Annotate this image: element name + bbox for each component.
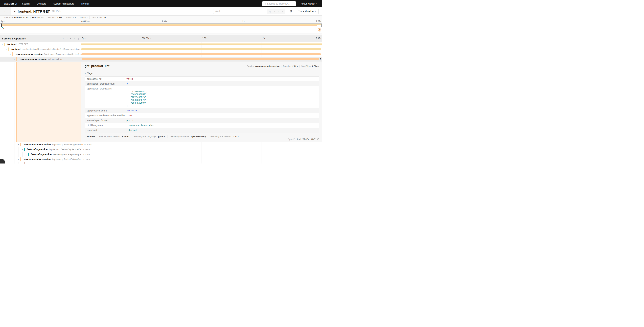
chevron-down-icon[interactable]: ∨: [6, 48, 7, 50]
nav-item-compare[interactable]: Compare: [36, 2, 46, 5]
tag-row[interactable]: span.kindinternal: [85, 128, 319, 132]
chevron-down-icon[interactable]: ∨: [10, 53, 11, 55]
service-color-bar: [8, 48, 9, 51]
find-input-box[interactable]: [213, 9, 267, 14]
service-name: recommendationservice: [23, 158, 51, 161]
span-duration-bar[interactable]: [82, 154, 82, 155]
span-name-cell[interactable]: ∨recommendationservice/hipstershop.Featu…: [0, 142, 81, 147]
nav-item-system-architecture[interactable]: System Architecture: [54, 2, 74, 5]
span-row[interactable]: ∨featureflagservice/hipstershop.FeatureF…: [0, 147, 322, 152]
tag-row[interactable]: app.recommendation.cache_enabledtrue: [85, 113, 319, 118]
span-name-cell[interactable]: ∨recommendationservice/hipstershop.Recom…: [0, 52, 81, 56]
find-focus-icon[interactable]: ◎: [269, 10, 271, 13]
tag-value: 8: [126, 82, 128, 86]
span-timeline-cell[interactable]: 2.62s: [81, 57, 322, 62]
process-field-value: 0.34b0: [122, 135, 129, 138]
minimap-canvas[interactable]: [0, 23, 322, 34]
trace-collapse-chevron-icon[interactable]: ∨: [14, 10, 16, 13]
equals-sign: =: [189, 136, 191, 138]
span-row[interactable]: ∨recommendationservice/hipstershop.Produ…: [0, 157, 322, 162]
span-duration-bar[interactable]: [81, 48, 321, 50]
span-name-cell[interactable]: ∨recommendationserviceget_product_list: [0, 57, 81, 62]
span-name-cell[interactable]: ∨featureflagservice/hipstershop.FeatureF…: [0, 147, 81, 152]
span-duration-bar[interactable]: [82, 58, 319, 60]
tags-section-toggle[interactable]: ∨ Tags: [84, 72, 319, 75]
process-row[interactable]: › Process: telemetry.auto.version = 0.34…: [84, 135, 319, 138]
find-next-icon[interactable]: ∨: [278, 10, 279, 13]
span-timeline-cell[interactable]: 3.47ms: [81, 152, 322, 157]
span-timeline-cell[interactable]: [81, 162, 322, 164]
trace-lookup-box[interactable]: [262, 1, 296, 6]
chevron-down-icon[interactable]: ∨: [18, 144, 19, 146]
span-duration-label: 14.49ms: [84, 143, 92, 146]
span-timeline-cell[interactable]: 14.49ms: [81, 142, 322, 147]
timeline-tick: 1.33s: [162, 20, 167, 22]
span-timeline-cell[interactable]: [81, 42, 322, 47]
nav-item-monitor[interactable]: Monitor: [81, 2, 89, 5]
app-brand[interactable]: JAEGER UI: [4, 2, 17, 5]
chevron-down-icon: ∨: [315, 10, 316, 12]
span-row[interactable]: ∨frontendHTTP GET: [0, 42, 322, 47]
span-duration-bar[interactable]: [82, 144, 82, 145]
indent-guide: [6, 62, 6, 142]
chevron-down-icon[interactable]: ∨: [14, 58, 15, 60]
process-field: telemetry.sdk.version = 1.13.0: [208, 135, 242, 138]
service-operation-label: Service & Operation: [2, 37, 26, 40]
span-duration-label: 1.04ms: [83, 158, 90, 161]
collapse-all-icon[interactable]: »: [69, 38, 72, 39]
chevron-down-icon[interactable]: ∨: [22, 148, 23, 150]
minimap-span-bar: [320, 32, 320, 34]
span-timeline-cell[interactable]: [81, 47, 322, 52]
span-name-cell[interactable]: ∨frontendHTTP GET: [0, 42, 81, 47]
span-timeline-cell[interactable]: [81, 52, 322, 56]
trace-minimap: 0μs666.89ms1.33s2s2.67s: [0, 20, 322, 35]
span-name-cell[interactable]: [0, 162, 81, 164]
tag-row[interactable]: app.filtered_products.list["1YMWWN1N4O",…: [85, 86, 319, 108]
find-input[interactable]: [215, 10, 265, 13]
trace-lookup-input[interactable]: [267, 2, 294, 5]
tag-row[interactable]: app.products.count44530923: [85, 108, 319, 113]
expand-all-icon[interactable]: »: [74, 37, 75, 40]
span-row[interactable]: featureflagservicefeatureflagservice.rep…: [0, 152, 322, 157]
chevron-down-icon[interactable]: ∨: [18, 158, 19, 160]
span-name-cell[interactable]: featureflagservicefeatureflagservice.rep…: [0, 152, 81, 157]
span-row[interactable]: ∨frontendgrpc.hipstershop.Recommendation…: [0, 47, 322, 52]
array-item-string: "66VCHSJNUP": [130, 93, 146, 96]
span-timeline-cell[interactable]: 3.68ms: [81, 147, 322, 152]
span-row[interactable]: ∨recommendationservice/hipstershop.Recom…: [0, 52, 322, 57]
indent-guides: [2, 152, 26, 157]
summary-item: Depth7: [78, 16, 90, 19]
keyboard-shortcuts-button[interactable]: ⌘: [288, 9, 294, 14]
comma: ,: [146, 90, 148, 93]
span-name-cell[interactable]: ∨recommendationservice/hipstershop.Produ…: [0, 157, 81, 162]
tag-row[interactable]: app.cache_hitfalse: [85, 76, 319, 82]
column-resizer-handle[interactable]: ∥: [78, 38, 79, 40]
span-row[interactable]: ∨recommendationservice/hipstershop.Featu…: [0, 142, 322, 147]
link-icon[interactable]: [316, 138, 319, 140]
tag-row[interactable]: internal.span.formatproto: [85, 118, 319, 123]
minimap-span-bar: [321, 24, 322, 27]
span-duration-bar[interactable]: [81, 54, 321, 55]
span-duration-bar[interactable]: [82, 148, 82, 150]
tag-row[interactable]: otel.library.namerecommendationservice: [85, 123, 319, 128]
service-color-bar: [24, 148, 25, 151]
span-duration-bar[interactable]: [82, 158, 82, 160]
span-name-cell[interactable]: ∨frontendgrpc.hipstershop.Recommendation…: [0, 47, 81, 52]
back-button[interactable]: ←: [0, 8, 11, 16]
expand-one-icon[interactable]: ›: [67, 37, 68, 40]
find-prev-icon[interactable]: ∧: [274, 10, 275, 13]
collapse-one-icon[interactable]: ›: [62, 38, 65, 39]
trace-view-selector[interactable]: Trace Timeline ∨: [296, 9, 319, 14]
meta-label: Duration:: [283, 65, 292, 68]
find-clear-icon[interactable]: ×: [282, 10, 283, 13]
process-field-value: python: [158, 135, 165, 138]
span-row[interactable]: [0, 162, 322, 164]
span-row[interactable]: ∨recommendationserviceget_product_list2.…: [0, 57, 322, 62]
nav-item-search[interactable]: Search: [22, 2, 30, 5]
about-jaeger-menu[interactable]: About Jaeger ∨: [301, 2, 317, 5]
chevron-down-icon[interactable]: ∨: [2, 44, 3, 45]
comma: ,: [146, 96, 148, 98]
span-timeline-cell[interactable]: 1.04ms: [81, 157, 322, 162]
tag-row[interactable]: app.filtered_products.count8: [85, 82, 319, 86]
span-duration-bar[interactable]: [81, 44, 322, 45]
